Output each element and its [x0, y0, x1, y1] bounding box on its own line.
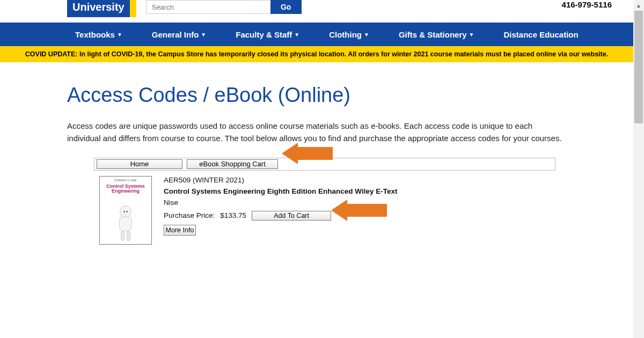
page-title: Access Codes / eBook (Online) — [67, 84, 566, 107]
price-label: Purchase Price: — [164, 211, 215, 219]
annotation-arrow-add — [331, 201, 387, 220]
chevron-down-icon: ▼ — [364, 32, 369, 38]
chevron-down-icon: ▼ — [201, 32, 206, 38]
logo-accent — [130, 0, 136, 17]
chevron-down-icon: ▼ — [469, 32, 474, 38]
search-go-button[interactable]: Go — [270, 0, 302, 14]
product-title: Control Systems Engineering Eighth Editi… — [164, 187, 397, 195]
book-cover[interactable]: NORMAN S. NISE Control Systems Engineeri… — [99, 176, 152, 245]
robot-illustration — [114, 205, 137, 241]
main-nav: Textbooks▼ General Info▼ Faculty & Staff… — [0, 23, 633, 46]
add-to-cart-button[interactable]: Add To Cart — [252, 211, 331, 221]
ebook-shopping-cart-button[interactable]: eBook Shopping Cart — [187, 159, 278, 169]
scroll-up-icon[interactable]: ▲ — [633, 0, 644, 11]
phone-number: 416-979-5116 — [562, 0, 612, 9]
nav-gifts-stationery[interactable]: Gifts & Stationery▼ — [399, 30, 474, 39]
covid-banner: COVID UPDATE: In light of COVID-19, the … — [0, 46, 633, 62]
course-code: AER509 (WINTER 2021) — [164, 176, 397, 184]
chevron-down-icon: ▼ — [294, 32, 299, 38]
scroll-thumb[interactable] — [634, 11, 643, 123]
nav-distance-education[interactable]: Distance Education — [504, 30, 579, 39]
search-input[interactable] — [146, 0, 270, 14]
vertical-scrollbar[interactable]: ▲ — [633, 0, 644, 338]
cover-author-text: NORMAN S. NISE — [100, 179, 151, 182]
more-info-button[interactable]: More Info — [164, 225, 196, 236]
cover-title-text: Control Systems Engineering — [100, 184, 151, 195]
price-value: $133.75 — [220, 211, 246, 219]
chevron-down-icon: ▼ — [117, 32, 122, 38]
nav-textbooks[interactable]: Textbooks▼ — [75, 30, 122, 39]
university-logo[interactable]: University — [67, 0, 130, 17]
nav-general-info[interactable]: General Info▼ — [152, 30, 206, 39]
page-intro: Access codes are unique passwords used t… — [67, 120, 566, 145]
annotation-arrow-cart — [282, 144, 333, 163]
nav-clothing[interactable]: Clothing▼ — [329, 30, 369, 39]
nav-faculty-staff[interactable]: Faculty & Staff▼ — [236, 30, 299, 39]
home-button[interactable]: Home — [97, 159, 182, 169]
